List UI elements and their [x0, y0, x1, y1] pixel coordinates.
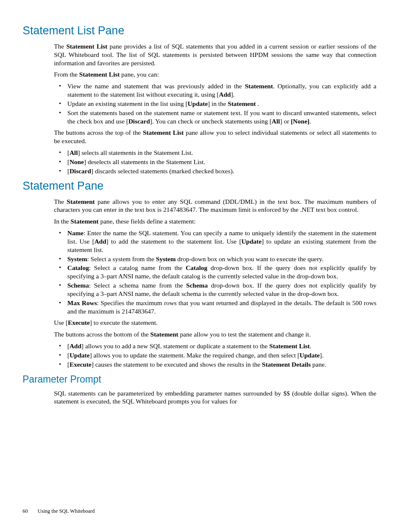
bullet-list: [All] selects all statements in the Stat…	[54, 149, 376, 175]
footer-chapter: Using the SQL Whiteboard	[38, 508, 95, 514]
list-item: Max Rows: Specifies the maximum rows tha…	[54, 299, 376, 316]
paragraph: The buttons across the bottom of the Sta…	[54, 330, 376, 339]
list-item: [Execute] causes the statement to be exe…	[54, 360, 376, 369]
section1-body: The Statement List pane provides a list …	[54, 42, 376, 175]
paragraph: The Statement pane allows you to enter a…	[54, 198, 376, 214]
list-item: Update an existing statement in the list…	[54, 100, 376, 108]
list-item: [Discard] discards selected statements (…	[54, 167, 376, 175]
list-item: [None] deselects all statements in the S…	[54, 158, 376, 166]
paragraph: SQL statements can be parameterized by e…	[54, 389, 376, 406]
list-item: [All] selects all statements in the Stat…	[54, 149, 376, 157]
list-item: Schema: Select a schema name from the Sc…	[54, 281, 376, 298]
list-item: [Update] allows you to update the statem…	[54, 351, 376, 360]
paragraph: Use [Execute] to execute the statement.	[54, 319, 376, 327]
paragraph: The buttons across the top of the Statem…	[54, 129, 376, 145]
bullet-list: [Add] allows you to add a new SQL statem…	[54, 342, 376, 368]
list-item: System: Select a system from the System …	[54, 255, 376, 263]
paragraph: In the Statement pane, these fields defi…	[54, 217, 376, 226]
bullet-list: Name: Enter the name the SQL statement. …	[54, 229, 376, 315]
page-number: 60	[23, 508, 38, 514]
section3-body: SQL statements can be parameterized by e…	[54, 389, 376, 406]
list-item: Catalog: Select a catalog name from the …	[54, 264, 376, 280]
heading-statement-list-pane: Statement List Pane	[23, 24, 376, 37]
list-item: Sort the statements based on the stateme…	[54, 109, 376, 126]
list-item: [Add] allows you to add a new SQL statem…	[54, 342, 376, 350]
heading-parameter-prompt: Parameter Prompt	[23, 374, 376, 385]
paragraph: The Statement List pane provides a list …	[54, 42, 376, 67]
page-footer: 60Using the SQL Whiteboard	[23, 508, 95, 514]
bullet-list: View the name and statement that was pre…	[54, 82, 376, 125]
list-item: Name: Enter the name the SQL statement. …	[54, 229, 376, 254]
paragraph: From the Statement List pane, you can:	[54, 70, 376, 79]
heading-statement-pane: Statement Pane	[23, 180, 376, 193]
section2-body: The Statement pane allows you to enter a…	[54, 198, 376, 369]
list-item: View the name and statement that was pre…	[54, 82, 376, 99]
